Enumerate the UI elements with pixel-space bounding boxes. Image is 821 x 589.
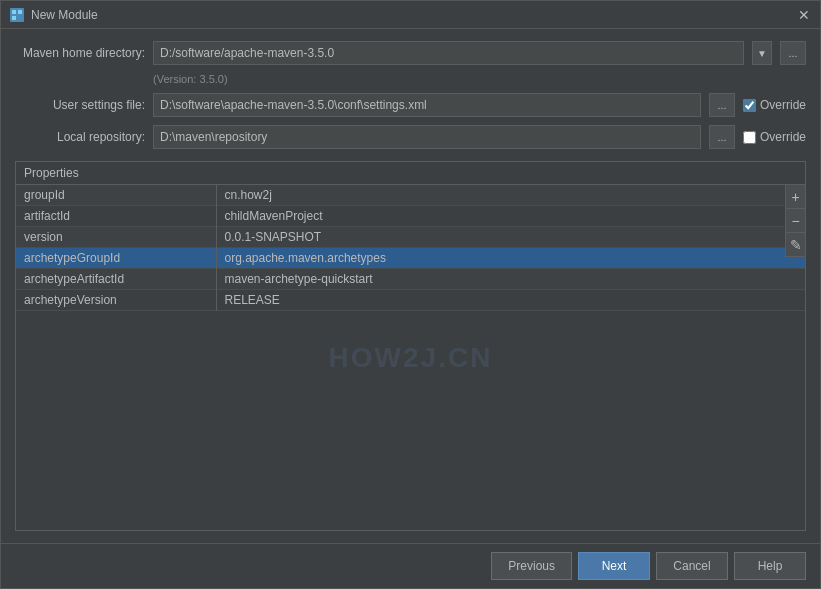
- module-icon: [9, 7, 25, 23]
- maven-home-dropdown[interactable]: ▼: [752, 41, 772, 65]
- add-property-button[interactable]: +: [786, 185, 805, 209]
- local-repo-browse[interactable]: ...: [709, 125, 735, 149]
- user-settings-override-label: Override: [760, 98, 806, 112]
- title-bar: New Module ✕: [1, 1, 820, 29]
- local-repo-override-group: Override: [743, 130, 806, 144]
- table-row[interactable]: artifactId childMavenProject: [16, 206, 805, 227]
- new-module-dialog: New Module ✕ Maven home directory: ▼ ...…: [0, 0, 821, 589]
- remove-property-button[interactable]: −: [786, 209, 805, 233]
- help-button[interactable]: Help: [734, 552, 806, 580]
- property-value: RELEASE: [216, 290, 805, 311]
- next-button[interactable]: Next: [578, 552, 650, 580]
- svg-rect-2: [18, 10, 22, 14]
- properties-sidebar-buttons: + − ✎: [785, 185, 805, 257]
- maven-home-input[interactable]: [153, 41, 744, 65]
- property-value: maven-archetype-quickstart: [216, 269, 805, 290]
- maven-home-browse[interactable]: ...: [780, 41, 806, 65]
- local-repo-input[interactable]: [153, 125, 701, 149]
- user-settings-label: User settings file:: [15, 98, 145, 112]
- table-row[interactable]: version 0.0.1-SNAPSHOT: [16, 227, 805, 248]
- close-button[interactable]: ✕: [796, 8, 812, 22]
- property-value: childMavenProject: [216, 206, 805, 227]
- property-value: cn.how2j: [216, 185, 805, 206]
- property-key: version: [16, 227, 216, 248]
- svg-rect-1: [12, 10, 16, 14]
- properties-section: Properties groupId cn.how2j artifactId c…: [15, 161, 806, 531]
- dialog-footer: Previous Next Cancel Help: [1, 543, 820, 588]
- property-key: groupId: [16, 185, 216, 206]
- property-key: archetypeGroupId: [16, 248, 216, 269]
- maven-home-label: Maven home directory:: [15, 46, 145, 60]
- user-settings-row: User settings file: ... Override: [15, 93, 806, 117]
- local-repo-override-checkbox[interactable]: [743, 131, 756, 144]
- property-key: artifactId: [16, 206, 216, 227]
- property-value: 0.0.1-SNAPSHOT: [216, 227, 805, 248]
- table-row[interactable]: archetypeGroupId org.apache.maven.archet…: [16, 248, 805, 269]
- cancel-button[interactable]: Cancel: [656, 552, 728, 580]
- svg-rect-3: [12, 16, 16, 20]
- user-settings-input[interactable]: [153, 93, 701, 117]
- property-key: archetypeArtifactId: [16, 269, 216, 290]
- dialog-content: Maven home directory: ▼ ... (Version: 3.…: [1, 29, 820, 543]
- watermark: HOW2J.CN: [329, 342, 493, 374]
- user-settings-browse[interactable]: ...: [709, 93, 735, 117]
- property-value: org.apache.maven.archetypes: [216, 248, 805, 269]
- maven-version: (Version: 3.5.0): [153, 73, 806, 85]
- maven-home-row: Maven home directory: ▼ ...: [15, 41, 806, 65]
- properties-table: groupId cn.how2j artifactId childMavenPr…: [16, 185, 805, 311]
- local-repo-override-label: Override: [760, 130, 806, 144]
- properties-header: Properties: [16, 162, 805, 185]
- dialog-title: New Module: [31, 8, 98, 22]
- title-bar-left: New Module: [9, 7, 98, 23]
- properties-body: groupId cn.how2j artifactId childMavenPr…: [16, 185, 805, 530]
- table-row[interactable]: archetypeVersion RELEASE: [16, 290, 805, 311]
- local-repo-label: Local repository:: [15, 130, 145, 144]
- table-row[interactable]: groupId cn.how2j: [16, 185, 805, 206]
- edit-property-button[interactable]: ✎: [786, 233, 805, 257]
- previous-button[interactable]: Previous: [491, 552, 572, 580]
- user-settings-override-group: Override: [743, 98, 806, 112]
- table-row[interactable]: archetypeArtifactId maven-archetype-quic…: [16, 269, 805, 290]
- user-settings-override-checkbox[interactable]: [743, 99, 756, 112]
- local-repo-row: Local repository: ... Override: [15, 125, 806, 149]
- property-key: archetypeVersion: [16, 290, 216, 311]
